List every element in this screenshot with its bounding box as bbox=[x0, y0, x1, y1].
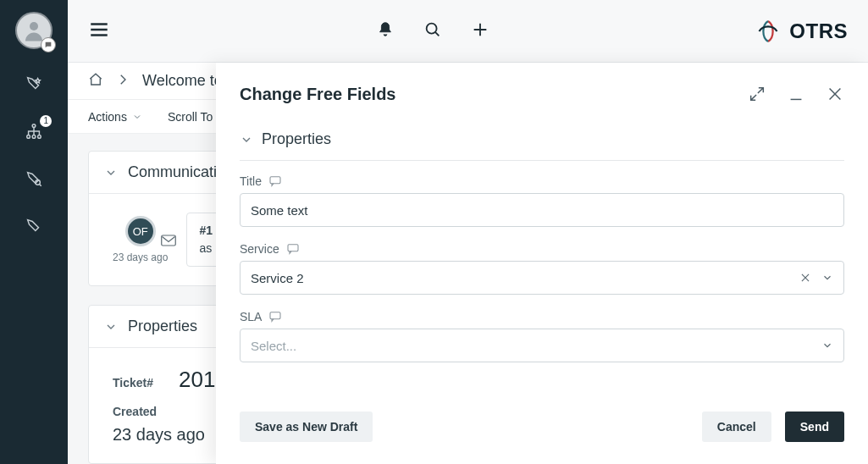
title-label: Title bbox=[240, 174, 262, 188]
service-value: Service 2 bbox=[251, 271, 304, 285]
menu-toggle[interactable] bbox=[88, 19, 110, 44]
breadcrumb-separator bbox=[115, 72, 130, 91]
chevron-down-icon bbox=[240, 133, 253, 146]
service-field: Service Service 2 bbox=[240, 242, 844, 295]
chevron-right-icon bbox=[115, 72, 130, 87]
svg-point-6 bbox=[427, 23, 437, 33]
chat-icon bbox=[44, 41, 53, 49]
topbar: OTRS bbox=[68, 0, 868, 63]
svg-point-0 bbox=[30, 22, 38, 30]
properties-title: Properties bbox=[128, 318, 197, 335]
modal-body: Properties Title Service Service 2 bbox=[216, 125, 868, 396]
modal-section-header[interactable]: Properties bbox=[240, 125, 844, 160]
search-icon bbox=[423, 20, 442, 39]
title-field: Title bbox=[240, 174, 844, 227]
modal-footer: Save as New Draft Cancel Send bbox=[216, 396, 868, 464]
home-icon bbox=[88, 72, 103, 87]
rail-tree-icon[interactable]: 1 bbox=[25, 122, 43, 144]
svg-point-3 bbox=[32, 135, 36, 139]
search-button[interactable] bbox=[423, 20, 442, 42]
chevron-down-icon[interactable] bbox=[821, 340, 833, 351]
expand-icon[interactable] bbox=[748, 85, 766, 103]
title-input[interactable] bbox=[251, 203, 833, 218]
divider bbox=[240, 160, 844, 161]
chevron-down-icon bbox=[132, 112, 142, 122]
sla-placeholder: Select... bbox=[251, 339, 296, 353]
communication-title: Communicatio bbox=[128, 163, 225, 181]
bell-icon bbox=[376, 20, 395, 39]
modal-header: Change Free Fields bbox=[216, 63, 868, 125]
sender-avatar[interactable]: OF 23 days ago bbox=[113, 216, 168, 263]
otrs-mark-icon bbox=[755, 19, 781, 44]
svg-rect-9 bbox=[288, 245, 298, 251]
sla-field: SLA Select... bbox=[240, 310, 844, 362]
modal-section-title: Properties bbox=[262, 130, 331, 148]
actions-label: Actions bbox=[88, 110, 127, 124]
save-draft-button[interactable]: Save as New Draft bbox=[240, 412, 373, 442]
message-body: as bbox=[199, 240, 213, 257]
close-icon[interactable] bbox=[826, 85, 844, 103]
rail-ticket-star-icon[interactable] bbox=[25, 75, 43, 97]
svg-rect-10 bbox=[270, 312, 280, 319]
brand-text: OTRS bbox=[789, 19, 848, 43]
svg-point-4 bbox=[38, 135, 41, 139]
sla-label: SLA bbox=[240, 310, 262, 323]
home-link[interactable] bbox=[88, 72, 103, 91]
change-free-fields-modal: Change Free Fields Properties Title bbox=[216, 63, 868, 464]
svg-point-1 bbox=[32, 124, 36, 128]
user-avatar[interactable] bbox=[15, 12, 53, 49]
add-button[interactable] bbox=[471, 20, 489, 42]
sender-initials: OF bbox=[125, 216, 156, 246]
sender-age: 23 days ago bbox=[113, 251, 168, 263]
clear-icon[interactable] bbox=[799, 272, 811, 284]
scrollto-label: Scroll To bbox=[168, 110, 213, 124]
chevron-down-icon bbox=[104, 166, 118, 180]
ticket-number-label: Ticket# bbox=[113, 376, 153, 389]
comment-icon[interactable] bbox=[286, 242, 300, 256]
cancel-button[interactable]: Cancel bbox=[702, 412, 771, 442]
send-button[interactable]: Send bbox=[785, 412, 844, 442]
title-input-wrap bbox=[240, 193, 844, 227]
svg-point-2 bbox=[27, 135, 30, 139]
channel-badge bbox=[161, 235, 176, 246]
rail-badge: 1 bbox=[40, 115, 52, 127]
comment-icon[interactable] bbox=[268, 310, 282, 323]
plus-icon bbox=[471, 20, 489, 39]
main-area: OTRS Welcome to O Actions Scroll To Comm… bbox=[68, 0, 868, 464]
hamburger-icon bbox=[88, 19, 110, 41]
brand-logo: OTRS bbox=[755, 19, 848, 44]
chevron-down-icon bbox=[104, 320, 118, 334]
chevron-down-icon[interactable] bbox=[821, 272, 833, 284]
mail-icon bbox=[161, 235, 176, 246]
modal-title: Change Free Fields bbox=[240, 85, 396, 104]
rail-tag-search-icon[interactable] bbox=[25, 169, 43, 191]
comment-icon[interactable] bbox=[268, 174, 282, 188]
modal-window-controls bbox=[748, 85, 844, 103]
svg-rect-7 bbox=[162, 235, 176, 246]
presence-badge bbox=[41, 37, 56, 52]
left-rail: 1 bbox=[0, 0, 68, 464]
minimize-icon[interactable] bbox=[787, 85, 805, 103]
sla-select[interactable]: Select... bbox=[240, 329, 844, 362]
message-number: #1 bbox=[199, 222, 213, 240]
topbar-center bbox=[135, 20, 730, 42]
notifications-button[interactable] bbox=[376, 20, 395, 42]
service-label: Service bbox=[240, 242, 279, 256]
svg-rect-8 bbox=[270, 177, 280, 184]
rail-tag-icon[interactable] bbox=[25, 217, 43, 239]
service-select[interactable]: Service 2 bbox=[240, 261, 844, 295]
actions-menu[interactable]: Actions bbox=[88, 110, 142, 124]
